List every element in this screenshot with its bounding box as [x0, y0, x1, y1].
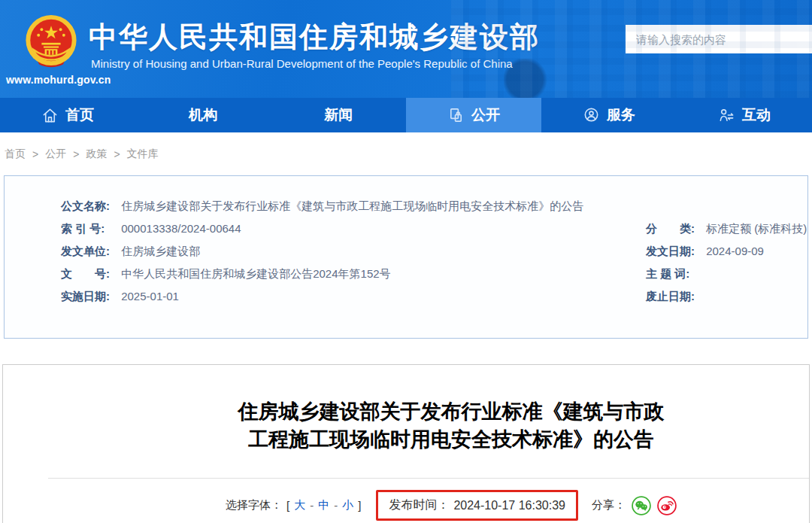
title-divider	[48, 478, 809, 479]
nav-item-orgs[interactable]: 机构	[135, 98, 271, 132]
weibo-icon[interactable]	[657, 496, 677, 515]
site-url: www.mohurd.gov.cn	[6, 74, 105, 86]
breadcrumb-file-library[interactable]: 文件库	[127, 147, 159, 161]
repeal-date-row: 废止日期:	[646, 285, 807, 308]
font-size-separator: -	[310, 499, 314, 512]
nav-item-services[interactable]: 服务	[541, 98, 677, 132]
nav-item-disclosure[interactable]: 公开	[406, 98, 541, 132]
font-size-small-link[interactable]: 小	[342, 498, 353, 512]
category-row: 分 类: 标准定额 (标准科技)	[646, 217, 807, 240]
share-label: 分享：	[592, 498, 626, 512]
site-subtitle: Ministry of Housing and Urban-Rural Deve…	[91, 57, 513, 70]
site-header: www.mohurd.gov.cn 中华人民共和国住房和城乡建设部 Minist…	[0, 0, 812, 98]
nav-item-label: 首页	[65, 105, 94, 125]
document-metadata-panel: 公文名称: 住房城乡建设部关于发布行业标准《建筑与市政工程施工现场临时用电安全技…	[4, 175, 808, 339]
national-emblem-icon	[20, 11, 83, 74]
nav-item-label: 互动	[742, 105, 771, 125]
repeal-date-label: 废止日期:	[646, 285, 697, 308]
font-size-large-link[interactable]: 大	[294, 498, 305, 512]
interaction-person-arrows-icon	[718, 107, 735, 124]
doc-title-row: 公文名称: 住房城乡建设部关于发布行业标准《建筑与市政工程施工现场临时用电安全技…	[5, 195, 807, 217]
bracket-close: ]	[358, 499, 361, 512]
issue-date-label: 发文日期:	[646, 240, 697, 263]
index-number-row: 索 引 号: 000013338/2024-00644	[61, 217, 646, 240]
home-icon	[41, 107, 59, 124]
nav-item-home[interactable]: 首页	[0, 98, 135, 132]
breadcrumb-policy[interactable]: 政策	[86, 147, 107, 161]
issue-date-value: 2024-09-09	[706, 245, 764, 257]
nav-item-label: 机构	[189, 105, 217, 125]
breadcrumb: 首页 > 公开 > 政策 > 文件库	[0, 132, 812, 175]
article-toolbar: 选择字体： [ 大 - 中 - 小 ] 发布时间： 2024-10-17 16:…	[3, 490, 809, 521]
font-size-label: 选择字体：	[226, 498, 282, 512]
publish-time-label: 发布时间：	[389, 497, 449, 513]
breadcrumb-separator: >	[73, 148, 79, 160]
publish-time-highlight-box: 发布时间： 2024-10-17 16:30:39	[376, 490, 578, 521]
breadcrumb-separator: >	[32, 148, 38, 160]
article-panel: 住房城乡建设部关于发布行业标准《建筑与市政 工程施工现场临时用电安全技术标准》的…	[2, 364, 810, 523]
doc-number-label: 文 号:	[61, 263, 112, 285]
font-size-medium-link[interactable]: 中	[318, 498, 329, 512]
subject-words-label: 主 题 词:	[646, 263, 697, 285]
category-label: 分 类:	[646, 217, 697, 240]
effective-date-label: 实施日期:	[61, 285, 112, 308]
breadcrumb-home[interactable]: 首页	[5, 147, 26, 161]
issuing-unit-label: 发文单位:	[61, 240, 112, 263]
font-size-picker: 选择字体： [ 大 - 中 - 小 ]	[226, 498, 361, 512]
article-title: 住房城乡建设部关于发布行业标准《建筑与市政 工程施工现场临时用电安全技术标准》的…	[3, 398, 809, 454]
index-number-label: 索 引 号:	[61, 217, 112, 240]
article-title-line2: 工程施工现场临时用电安全技术标准》的公告	[93, 426, 809, 454]
service-person-icon	[583, 107, 600, 124]
nav-item-label: 公开	[471, 105, 500, 125]
issue-date-row: 发文日期: 2024-09-09	[646, 240, 807, 263]
issuing-unit-value: 住房城乡建设部	[121, 245, 200, 257]
category-value: 标准定额 (标准科技)	[706, 222, 807, 235]
effective-date-row: 实施日期: 2025-01-01	[61, 285, 646, 308]
doc-name-value: 住房城乡建设部关于发布行业标准《建筑与市政工程施工现场临时用电安全技术标准》的公…	[121, 199, 583, 212]
nav-item-news[interactable]: 新闻	[271, 98, 406, 132]
share-widget: 分享：	[592, 496, 677, 515]
subject-words-row: 主 题 词:	[646, 263, 807, 285]
breadcrumb-separator: >	[114, 148, 120, 160]
doc-name-label: 公文名称:	[61, 195, 112, 217]
breadcrumb-disclosure[interactable]: 公开	[45, 147, 66, 161]
nav-item-interaction[interactable]: 互动	[677, 98, 812, 132]
index-number-value: 000013338/2024-00644	[121, 222, 241, 235]
doc-number-row: 文 号: 中华人民共和国住房和城乡建设部公告2024年第152号	[61, 263, 646, 285]
publish-time-value: 2024-10-17 16:30:39	[453, 499, 565, 512]
search-input[interactable]	[626, 25, 812, 53]
nav-item-label: 新闻	[324, 105, 353, 125]
main-nav: 首页 机构 新闻 公开 服务 互动	[0, 98, 812, 132]
article-title-line1: 住房城乡建设部关于发布行业标准《建筑与市政	[93, 398, 809, 426]
bracket-open: [	[286, 499, 289, 512]
doc-number-value: 中华人民共和国住房和城乡建设部公告2024年第152号	[121, 267, 390, 280]
effective-date-value: 2025-01-01	[121, 290, 179, 303]
nav-item-label: 服务	[607, 105, 635, 125]
site-title: 中华人民共和国住房和城乡建设部	[89, 18, 540, 56]
wechat-icon[interactable]	[632, 496, 651, 515]
font-size-separator: -	[334, 499, 338, 512]
disclosure-doc-lock-icon	[447, 107, 465, 124]
issuing-unit-row: 发文单位: 住房城乡建设部	[61, 240, 646, 263]
